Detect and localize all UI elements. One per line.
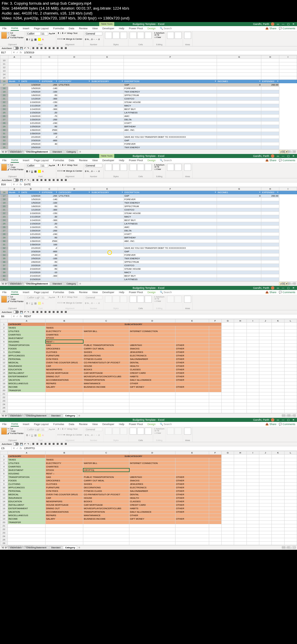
col-header-A[interactable]: A [8, 187, 21, 191]
table-header-expense2[interactable]: EXPENSE2 [261, 191, 279, 194]
row-header-32[interactable]: 32 [0, 246, 8, 250]
cell[interactable] [8, 534, 46, 538]
cell[interactable] [259, 517, 271, 520]
cell-subcategory[interactable]: RENT ⬨ [46, 340, 83, 343]
qat-icon-3[interactable]: ▦ [40, 47, 43, 50]
cell[interactable] [259, 375, 271, 378]
cell-expense[interactable]: -70 [41, 114, 58, 118]
cell[interactable] [272, 517, 284, 520]
cell-subcategory[interactable]: TAXES [46, 458, 83, 461]
cell-subcategory[interactable]: STOCK [46, 468, 83, 472]
cell-date[interactable]: 1/8/2019 [21, 93, 41, 97]
comma-icon[interactable]: , [89, 302, 90, 304]
align-top-icon[interactable]: ⬆ [57, 32, 59, 35]
cell-month[interactable] [8, 208, 21, 211]
cell-month[interactable] [8, 107, 21, 111]
cell-subcategory[interactable] [209, 503, 221, 507]
cell-date[interactable]: 1/30/2019 [21, 243, 41, 246]
cell[interactable] [259, 524, 271, 527]
cell[interactable] [91, 59, 124, 62]
cell[interactable] [221, 493, 234, 496]
cell-description[interactable]: BEST BUY [124, 218, 217, 222]
cell-subcategory[interactable] [175, 329, 209, 333]
align-center-icon[interactable]: ≡ [59, 433, 61, 436]
table-header-subcategory[interactable]: SUBCATEGORY [91, 191, 124, 194]
cell-subcategory[interactable]: STOCK [46, 336, 83, 340]
font-name-select[interactable] [26, 428, 41, 431]
cell-month[interactable] [8, 236, 21, 239]
cell[interactable] [234, 458, 247, 461]
cell[interactable] [234, 382, 247, 385]
close-button[interactable]: ✕ [292, 418, 295, 421]
cell-subcategory[interactable]: OTHER [175, 371, 209, 375]
cell[interactable] [221, 409, 234, 413]
cell-category[interactable]: UTILITIES [58, 83, 91, 86]
cell-income[interactable] [217, 142, 261, 146]
tab-nav-prev[interactable]: ◀ [1, 150, 4, 153]
cell-date[interactable]: 2/5/2019 [21, 253, 41, 257]
cell-category[interactable] [58, 211, 91, 215]
cell[interactable] [272, 479, 284, 482]
cell[interactable] [284, 357, 297, 361]
cell-subcategory[interactable] [91, 194, 124, 197]
cell[interactable] [175, 538, 209, 541]
redo-icon[interactable]: ↷ [27, 179, 29, 182]
cell-subcategory[interactable]: HOUSE [83, 496, 129, 500]
cell-expense2[interactable] [261, 250, 279, 253]
cell[interactable] [41, 62, 58, 66]
cell[interactable] [21, 59, 41, 62]
cell[interactable] [221, 399, 234, 402]
cell[interactable] [247, 329, 259, 333]
row-header-10[interactable]: 10 [0, 354, 8, 357]
ribbon-tab-power-pivot[interactable]: Power Pivot [128, 158, 144, 162]
paste-button[interactable] [1, 164, 7, 171]
sort-filter-button[interactable] [167, 32, 174, 39]
cell[interactable] [284, 392, 297, 396]
cell[interactable] [272, 514, 284, 517]
cell-description[interactable]: LA FITNESS [124, 111, 217, 114]
table-header-expense2[interactable]: EXPENSE2 [261, 79, 279, 83]
cell[interactable] [221, 482, 234, 486]
cell[interactable] [221, 322, 234, 326]
number-format-select[interactable] [85, 32, 102, 35]
cell[interactable] [21, 69, 41, 72]
name-box[interactable]: B17 [0, 51, 12, 54]
number-format-select[interactable] [85, 164, 102, 167]
bold-button[interactable]: B [26, 302, 28, 305]
cell-category[interactable] [58, 142, 91, 146]
font-color-button[interactable]: A [42, 38, 44, 41]
cell[interactable] [221, 496, 234, 500]
cell-income[interactable] [217, 225, 261, 229]
cell-subcategory[interactable]: FITNESS CLASS [83, 357, 129, 361]
ribbon-tab-design[interactable]: Design [147, 290, 156, 294]
ribbon-tab-page-layout[interactable]: Page Layout [33, 422, 49, 426]
row-header-12[interactable]: 12 [0, 493, 8, 496]
row-header-23[interactable]: 23 [0, 531, 8, 534]
sheet-tab-checkingstatement[interactable]: CheckingStatement [24, 282, 50, 285]
comma-icon[interactable]: , [89, 170, 90, 173]
ribbon-tab-data[interactable]: Data [68, 158, 75, 162]
cell[interactable] [247, 468, 259, 472]
cell[interactable] [279, 66, 297, 69]
number-format-select[interactable] [85, 428, 102, 431]
cell-category[interactable]: HOUSING [8, 472, 46, 475]
cell-expense2[interactable] [261, 111, 279, 114]
qat-icon-8[interactable]: ▦ [61, 311, 64, 313]
clear-button[interactable]: ◇ Clear [154, 168, 164, 170]
cell-date[interactable]: 2/2/2019 [21, 264, 41, 267]
cell[interactable] [272, 454, 284, 458]
copy-button[interactable]: 📋 Copy [8, 430, 23, 432]
cell-month[interactable] [8, 128, 21, 132]
cell[interactable] [129, 406, 175, 409]
cell[interactable] [259, 392, 271, 396]
cell-subcategory[interactable]: TRANSPORTATION [83, 510, 129, 514]
align-top-icon[interactable]: ⬆ [57, 296, 59, 298]
cell[interactable] [259, 350, 271, 354]
cell-subcategory[interactable] [91, 257, 124, 260]
table-header-date[interactable]: DATE [21, 191, 41, 194]
cell[interactable] [221, 489, 234, 493]
cell-subcategory[interactable]: HEALTH [129, 364, 175, 368]
ribbon-tab-developer[interactable]: Developer [102, 290, 115, 294]
cell-subcategory[interactable] [209, 343, 221, 347]
cell-date[interactable]: 1/30/2019 [21, 132, 41, 135]
